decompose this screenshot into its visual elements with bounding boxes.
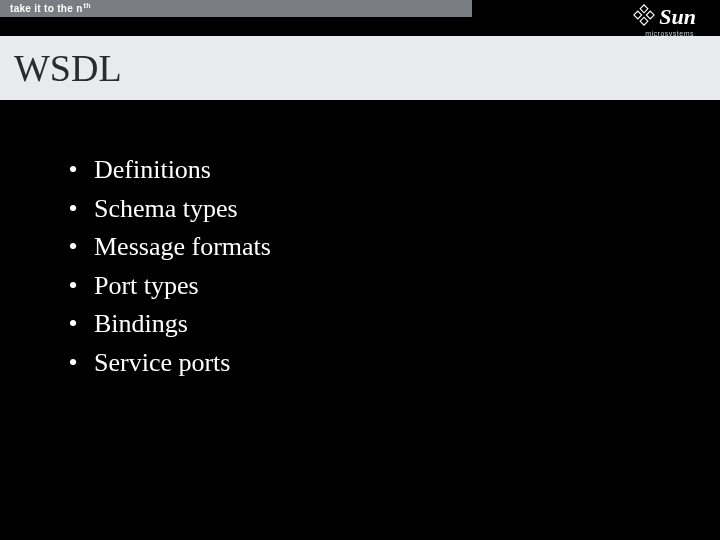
sun-logo: Sun microsystems — [633, 4, 696, 37]
bullet-icon: • — [66, 196, 80, 222]
bullet-icon: • — [66, 157, 80, 183]
list-item: • Definitions — [66, 154, 720, 187]
tagline-strip: take it to the nth — [0, 0, 472, 17]
list-item: • Message formats — [66, 231, 720, 264]
svg-rect-2 — [634, 11, 642, 19]
title-bar: WSDL — [0, 36, 720, 100]
sun-logo-subtext: microsystems — [645, 30, 694, 37]
bullet-text: Schema types — [94, 193, 238, 226]
bullet-icon: • — [66, 350, 80, 376]
list-item: • Port types — [66, 270, 720, 303]
sun-logo-text: Sun — [659, 6, 696, 28]
svg-rect-1 — [647, 11, 655, 19]
bullet-icon: • — [66, 311, 80, 337]
sun-logo-row: Sun — [633, 4, 696, 30]
bullet-text: Message formats — [94, 231, 271, 264]
bullet-text: Definitions — [94, 154, 211, 187]
bullet-list: • Definitions • Schema types • Message f… — [66, 154, 720, 379]
svg-rect-0 — [640, 5, 648, 13]
list-item: • Bindings — [66, 308, 720, 341]
bullet-text: Bindings — [94, 308, 188, 341]
bullet-icon: • — [66, 273, 80, 299]
bullet-icon: • — [66, 234, 80, 260]
slide-title: WSDL — [14, 46, 122, 90]
tagline-text: take it to the nth — [10, 2, 91, 14]
svg-rect-3 — [640, 17, 648, 25]
list-item: • Schema types — [66, 193, 720, 226]
list-item: • Service ports — [66, 347, 720, 380]
slide-content: • Definitions • Schema types • Message f… — [0, 100, 720, 379]
bullet-text: Service ports — [94, 347, 230, 380]
sun-diamond-icon — [633, 4, 655, 30]
bullet-text: Port types — [94, 270, 199, 303]
header-bar: take it to the nth Sun microsystems — [0, 0, 720, 36]
